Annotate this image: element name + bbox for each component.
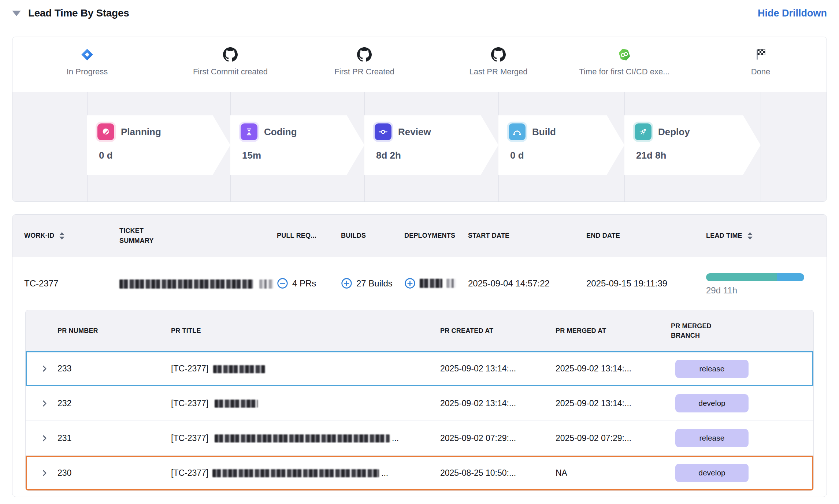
builds-count-label[interactable]: 27 Builds bbox=[356, 278, 393, 289]
stage-card-review: Review 8d 2h bbox=[364, 115, 498, 175]
pr-created-at-cell: 2025-09-02 13:14:... bbox=[440, 364, 556, 374]
header-label: PR TITLE bbox=[171, 327, 201, 335]
milestone-first-pr: First PR Created bbox=[298, 37, 430, 77]
pr-row-230[interactable]: 230 [TC-2377] ... 2025-08-25 10:50:... N… bbox=[26, 456, 813, 490]
milestone-label: First Commit created bbox=[164, 67, 296, 77]
header-label: PR MERGED BRANCH bbox=[671, 321, 720, 340]
drilldown-header: Lead Time By Stages Hide Drilldown bbox=[12, 4, 827, 22]
branch-badge: develop bbox=[675, 464, 749, 482]
planning-icon bbox=[97, 123, 114, 140]
milestone-in-progress: In Progress bbox=[21, 37, 153, 77]
row-expander[interactable] bbox=[40, 469, 57, 477]
deployments-cell bbox=[404, 278, 468, 289]
stage-name: Coding bbox=[264, 126, 297, 138]
pr-title-suffix: ... bbox=[392, 433, 399, 443]
redacted-pr-title bbox=[212, 469, 379, 477]
jira-icon bbox=[21, 47, 153, 63]
pr-merged-at-cell: NA bbox=[556, 468, 671, 478]
lead-time-cell: 29d 11h bbox=[706, 271, 815, 296]
pr-number-cell: 231 bbox=[57, 433, 171, 443]
sort-icon[interactable] bbox=[747, 232, 753, 240]
redacted-pr-title bbox=[215, 434, 390, 442]
pr-row-233[interactable]: 233 [TC-2377] 2025-09-02 13:14:... 2025-… bbox=[26, 351, 813, 386]
work-item-row: TC-2377 4 PRs 27 Builds bbox=[12, 257, 827, 310]
github-icon bbox=[164, 47, 296, 63]
end-date-cell: 2025-09-15 19:11:39 bbox=[586, 278, 706, 289]
collapse-minus-icon[interactable] bbox=[277, 278, 288, 289]
redacted-deployments bbox=[446, 279, 456, 288]
column-divider bbox=[761, 92, 761, 201]
stage-name: Deploy bbox=[658, 126, 690, 138]
ticket-summary-cell bbox=[119, 278, 277, 288]
milestone-label: Done bbox=[695, 67, 827, 77]
pr-count-label[interactable]: 4 PRs bbox=[292, 278, 316, 289]
pr-merged-at-cell: 2025-09-02 13:14:... bbox=[556, 399, 671, 408]
header-label: BUILDS bbox=[341, 232, 366, 240]
pr-title-cell: [TC-2377] ... bbox=[171, 433, 440, 443]
pr-title-prefix: [TC-2377] bbox=[171, 399, 208, 408]
hide-drilldown-link[interactable]: Hide Drilldown bbox=[758, 8, 827, 19]
milestone-first-commit: First Commit created bbox=[164, 37, 296, 77]
pr-merged-branch-cell: release bbox=[671, 360, 799, 378]
rocket-icon bbox=[635, 123, 651, 140]
header-lead-time: LEAD TIME bbox=[706, 232, 815, 240]
stage-duration: 21d 8h bbox=[635, 150, 761, 161]
header-label: LEAD TIME bbox=[706, 232, 742, 240]
milestone-label: Last PR Merged bbox=[433, 67, 564, 77]
stage-name: Review bbox=[398, 126, 431, 138]
row-expander[interactable] bbox=[40, 399, 57, 408]
pr-merged-branch-cell: release bbox=[671, 429, 799, 447]
stage-duration: 0 d bbox=[97, 150, 230, 161]
pr-title-cell: [TC-2377] bbox=[171, 399, 440, 408]
header-label: END DATE bbox=[586, 232, 620, 240]
milestone-last-pr-merged: Last PR Merged bbox=[433, 37, 564, 77]
pr-merged-branch-cell: develop bbox=[671, 464, 799, 482]
header-deployments: DEPLOYMENTS bbox=[404, 232, 468, 240]
pr-title-cell: [TC-2377] bbox=[171, 364, 440, 374]
sort-icon[interactable] bbox=[59, 232, 64, 240]
milestone-label: Time for first CI/CD exe... bbox=[558, 67, 690, 77]
work-id-cell: TC-2377 bbox=[24, 278, 119, 289]
milestone-cicd: Time for first CI/CD exe... bbox=[558, 37, 690, 77]
stage-name: Planning bbox=[121, 126, 161, 138]
redacted-deployments bbox=[420, 279, 442, 288]
header-label: WORK-ID bbox=[24, 232, 54, 240]
header-label: PULL REQ... bbox=[277, 232, 316, 240]
pr-merged-at-cell: 2025-09-02 07:29:... bbox=[556, 433, 671, 443]
branch-badge: develop bbox=[675, 394, 749, 412]
header-pr-title: PR TITLE bbox=[171, 327, 440, 335]
lead-time-value: 29d 11h bbox=[706, 285, 815, 296]
expand-plus-icon[interactable] bbox=[404, 278, 416, 289]
pr-created-at-cell: 2025-09-02 07:29:... bbox=[440, 433, 556, 443]
pr-merged-at-cell: 2025-09-02 13:14:... bbox=[556, 364, 671, 374]
milestone-done: Done bbox=[695, 37, 827, 77]
header-label: TICKET SUMMARY bbox=[119, 226, 178, 245]
pr-number-cell: 230 bbox=[57, 468, 171, 478]
header-ticket-summary: TICKET SUMMARY bbox=[119, 226, 277, 245]
header-pr-number: PR NUMBER bbox=[57, 327, 171, 335]
pr-merged-branch-cell: develop bbox=[671, 394, 799, 412]
row-expander[interactable] bbox=[40, 364, 57, 373]
milestones-row: In Progress First Commit created First P… bbox=[12, 37, 827, 92]
cicd-icon bbox=[558, 47, 690, 63]
stage-card-coding: Coding 15m bbox=[230, 115, 364, 175]
collapse-triangle-icon[interactable] bbox=[12, 11, 21, 16]
work-table-header: WORK-ID TICKET SUMMARY PULL REQ... BUILD… bbox=[12, 215, 827, 257]
header-label: DEPLOYMENTS bbox=[404, 232, 455, 240]
start-date-cell: 2025-09-04 14:57:22 bbox=[468, 278, 586, 289]
header-pr-created-at: PR CREATED AT bbox=[440, 327, 556, 335]
builds-cell: 27 Builds bbox=[341, 278, 404, 289]
header-pr-merged-branch: PR MERGED BRANCH bbox=[671, 321, 799, 340]
redacted-pr-title bbox=[215, 400, 258, 408]
pr-created-at-cell: 2025-09-02 13:14:... bbox=[440, 399, 556, 408]
expand-plus-icon[interactable] bbox=[341, 278, 352, 289]
pr-title-suffix: ... bbox=[381, 468, 388, 478]
lead-time-bar-teal-segment bbox=[706, 273, 777, 281]
header-label: PR MERGED AT bbox=[556, 327, 606, 335]
lead-time-bar bbox=[706, 273, 804, 281]
row-expander[interactable] bbox=[40, 434, 57, 442]
header-builds: BUILDS bbox=[341, 232, 404, 240]
pr-row-231[interactable]: 231 [TC-2377] ... 2025-09-02 07:29:... 2… bbox=[26, 421, 813, 456]
pr-row-232[interactable]: 232 [TC-2377] 2025-09-02 13:14:... 2025-… bbox=[26, 386, 813, 421]
stage-card-planning: Planning 0 d bbox=[87, 115, 230, 175]
